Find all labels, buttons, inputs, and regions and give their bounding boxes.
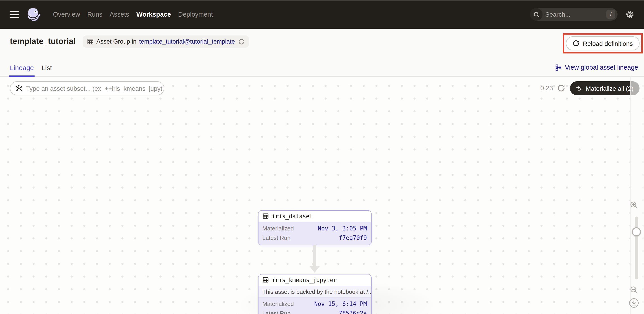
- page-title: template_tutorial: [10, 37, 76, 46]
- gear-icon[interactable]: [626, 10, 634, 19]
- asset-group-prefix: Asset Group in: [96, 38, 136, 45]
- top-nav: Overview Runs Assets Workspace Deploymen…: [0, 0, 644, 29]
- menu-icon[interactable]: [10, 9, 19, 20]
- lineage-canvas[interactable]: 0:23 Materialize all (2) iris_dataset Ma…: [0, 77, 644, 314]
- download-icon[interactable]: [629, 298, 639, 308]
- tab-lineage[interactable]: Lineage: [10, 58, 34, 76]
- node-row-materialized: Materialized Nov 3, 3:05 PM: [262, 223, 367, 233]
- page-header: template_tutorial Asset Group in templat…: [0, 29, 644, 58]
- materialized-timestamp-link[interactable]: Nov 15, 6:14 PM: [314, 299, 367, 308]
- asset-graph-icon: [15, 85, 22, 92]
- zoom-slider[interactable]: [635, 216, 638, 279]
- node-row-latest-run: Latest Run 78536c2a: [262, 308, 367, 314]
- table-icon: [262, 213, 268, 219]
- materialize-all-button[interactable]: Materialize all (2): [570, 81, 639, 95]
- row-label: Materialized: [262, 223, 294, 233]
- asset-node-iris-dataset[interactable]: iris_dataset Materialized Nov 3, 3:05 PM…: [258, 210, 371, 245]
- asset-subset-input[interactable]: [22, 85, 162, 92]
- nav-item-workspace[interactable]: Workspace: [136, 11, 171, 18]
- search-input[interactable]: [542, 11, 606, 18]
- global-lineage-label: View global asset lineage: [565, 64, 638, 71]
- row-label: Materialized: [262, 299, 294, 308]
- asset-node-title: iris_kmeans_jupyter: [272, 276, 337, 283]
- tab-list[interactable]: List: [42, 58, 52, 76]
- zoom-out-icon[interactable]: [630, 286, 638, 294]
- latest-run-link[interactable]: f7ea70f9: [339, 233, 367, 242]
- asset-description: This asset is backed by the notebook at …: [258, 285, 371, 297]
- asset-subset-filter[interactable]: [10, 81, 164, 95]
- dagster-logo-icon[interactable]: [26, 7, 41, 22]
- zoom-slider-knob[interactable]: [632, 227, 641, 236]
- asset-node-iris-kmeans-jupyter[interactable]: iris_kmeans_jupyter This asset is backed…: [258, 274, 371, 314]
- reload-definitions-button[interactable]: Reload definitions: [566, 36, 640, 50]
- asset-group-location-link[interactable]: template_tutorial@tutorial_template: [139, 38, 235, 45]
- nav-item-overview[interactable]: Overview: [53, 11, 80, 18]
- tab-bar: Lineage List View global asset lineage: [0, 58, 644, 77]
- badge-reload-icon[interactable]: [238, 39, 245, 45]
- zoom-in-icon[interactable]: [630, 201, 638, 210]
- reload-definitions-label: Reload definitions: [583, 40, 633, 47]
- search-box[interactable]: /: [530, 8, 618, 21]
- nav-item-deployment[interactable]: Deployment: [178, 11, 213, 18]
- materialized-timestamp-link[interactable]: Nov 3, 3:05 PM: [318, 223, 367, 233]
- primary-nav: Overview Runs Assets Workspace Deploymen…: [53, 11, 213, 18]
- node-row-materialized: Materialized Nov 15, 6:14 PM: [262, 299, 367, 308]
- annotation-highlight-box: Reload definitions: [562, 33, 643, 54]
- nav-item-runs[interactable]: Runs: [87, 11, 102, 18]
- search-icon: [530, 8, 542, 21]
- asset-group-icon: [87, 38, 94, 45]
- materialize-all-label: Materialize all (2): [586, 85, 634, 92]
- node-row-latest-run: Latest Run f7ea70f9: [262, 233, 367, 242]
- row-label: Latest Run: [262, 308, 290, 314]
- sparkles-icon: [576, 85, 582, 92]
- refresh-timer: 0:23: [540, 85, 553, 92]
- reload-icon: [572, 40, 579, 47]
- lineage-edge-arrow: [310, 245, 320, 273]
- dagster-app: Overview Runs Assets Workspace Deploymen…: [0, 0, 644, 314]
- table-icon: [262, 277, 268, 283]
- asset-node-title: iris_dataset: [272, 213, 313, 219]
- latest-run-link[interactable]: 78536c2a: [339, 308, 367, 314]
- row-label: Latest Run: [262, 233, 290, 242]
- search-shortcut-key: /: [606, 10, 615, 19]
- nav-item-assets[interactable]: Assets: [110, 11, 129, 18]
- global-lineage-icon: [555, 64, 562, 71]
- asset-group-badge: Asset Group in template_tutorial@tutoria…: [82, 36, 249, 48]
- view-global-asset-lineage-link[interactable]: View global asset lineage: [555, 64, 638, 71]
- refresh-icon[interactable]: [558, 84, 565, 92]
